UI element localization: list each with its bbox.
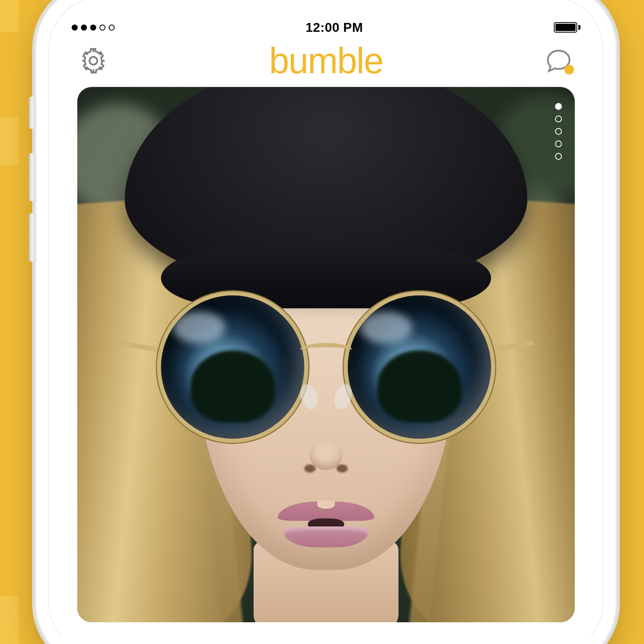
- photo-dot[interactable]: [555, 128, 562, 135]
- app-logo: bumble: [269, 40, 383, 82]
- photo-dot[interactable]: [555, 153, 562, 160]
- phone-volume-up: [29, 153, 36, 201]
- phone-screen: 12:00 PM bumble: [61, 16, 591, 644]
- photo-dot[interactable]: [555, 116, 562, 122]
- background-decoration: [0, 0, 19, 32]
- photo-dot[interactable]: [555, 103, 562, 110]
- battery-icon: [554, 22, 580, 33]
- phone-mute-switch: [29, 97, 36, 129]
- notification-dot-icon: [564, 65, 574, 74]
- profile-card[interactable]: [77, 87, 575, 622]
- background-decoration: [0, 117, 19, 165]
- status-bar-time: 12:00 PM: [305, 20, 363, 35]
- status-bar: 12:00 PM: [61, 16, 591, 39]
- settings-button[interactable]: [77, 45, 109, 77]
- photo-dot[interactable]: [555, 140, 562, 147]
- profile-photo: [77, 87, 575, 622]
- svg-point-0: [89, 57, 97, 64]
- phone-device-frame: 12:00 PM bumble: [36, 0, 616, 644]
- signal-strength-icon: [72, 25, 115, 31]
- app-header: bumble: [61, 39, 591, 87]
- photo-pagination-dots[interactable]: [555, 103, 562, 160]
- phone-volume-down: [29, 213, 36, 262]
- gear-icon: [79, 46, 108, 75]
- chat-button[interactable]: [543, 45, 575, 77]
- background-decoration: [0, 596, 19, 644]
